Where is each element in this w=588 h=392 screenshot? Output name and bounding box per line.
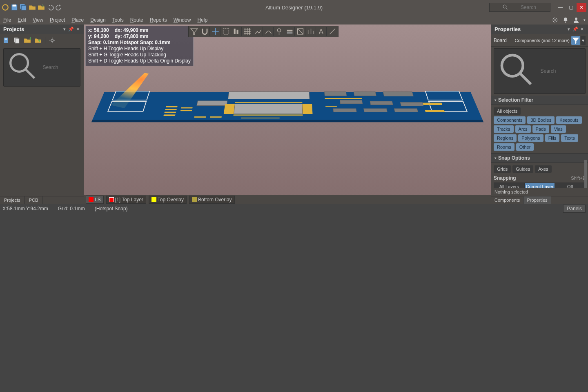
properties-search-input[interactable] <box>541 68 583 74</box>
menu-route[interactable]: Route <box>127 15 147 24</box>
left-tab-projects[interactable]: Projects <box>0 196 25 204</box>
selection-filter-header[interactable]: Selection Filter <box>491 96 588 105</box>
filter-fills[interactable]: Fills <box>545 134 560 142</box>
folder-down-icon[interactable] <box>34 37 42 44</box>
filter-rooms[interactable]: Rooms <box>494 143 514 151</box>
menu-help[interactable]: Help <box>194 15 211 24</box>
snap-grids[interactable]: Grids <box>494 165 511 173</box>
layer-tab-ls[interactable]: LS <box>86 196 104 204</box>
svg-rect-4 <box>22 6 26 10</box>
menu-edit[interactable]: Edit <box>14 15 29 24</box>
pcb-3d-viewport[interactable]: x: 58,100dx: 49,900 mm y: 94,200dy: 47,8… <box>84 24 491 204</box>
maximize-button[interactable]: ▢ <box>566 3 576 12</box>
active-bar: A <box>188 26 339 37</box>
menu-tools[interactable]: Tools <box>109 15 127 24</box>
menu-view[interactable]: View <box>29 15 47 24</box>
filter-keepouts[interactable]: Keepouts <box>556 116 581 124</box>
global-search-input[interactable] <box>521 4 548 10</box>
save-all-icon[interactable] <box>20 4 27 11</box>
arc-icon[interactable] <box>264 27 274 36</box>
settings-gear-icon[interactable] <box>49 37 56 44</box>
global-search[interactable] <box>489 3 550 12</box>
filter-texts[interactable]: Texts <box>561 134 578 142</box>
app-title: Altium Designer (19.1.9) <box>265 4 323 11</box>
filter-components[interactable]: Components <box>494 116 526 124</box>
dimension-icon[interactable] <box>296 27 305 36</box>
user-dropdown-icon[interactable]: ▾ <box>584 18 586 22</box>
menu-window[interactable]: Window <box>170 15 194 24</box>
panel-pin-icon[interactable]: 📌 <box>572 27 578 32</box>
filter-toggle-icon[interactable] <box>571 36 580 45</box>
user-icon[interactable] <box>573 17 579 23</box>
panel-pin-icon[interactable]: 📌 <box>68 27 74 32</box>
filter-vias[interactable]: Vias <box>551 125 566 133</box>
projects-search[interactable] <box>3 48 80 87</box>
right-tab-properties[interactable]: Properties <box>523 196 551 204</box>
menu-design[interactable]: Design <box>87 15 109 24</box>
route-icon[interactable] <box>253 27 263 36</box>
documents-icon[interactable] <box>13 37 20 44</box>
filter-icon[interactable] <box>189 27 199 36</box>
projects-search-input[interactable] <box>43 65 78 70</box>
snap-axes[interactable]: Axes <box>535 165 551 173</box>
move-icon[interactable] <box>211 27 220 36</box>
snap-guides[interactable]: Guides <box>512 165 533 173</box>
panel-close-icon[interactable]: ✕ <box>75 27 80 32</box>
panel-close-icon[interactable]: ✕ <box>579 27 585 32</box>
add-folder-icon[interactable]: + <box>24 37 31 44</box>
layer-tab-bottom-overlay[interactable]: Bottom Overlay <box>189 196 235 204</box>
filter-pads[interactable]: Pads <box>532 125 549 133</box>
app-logo-icon <box>2 4 9 11</box>
components-combo[interactable]: Components (and 12 more) <box>514 38 570 43</box>
filter-all-objects[interactable]: All objects <box>494 107 521 115</box>
select-rect-icon[interactable] <box>221 27 231 36</box>
filter-3d-bodies[interactable]: 3D Bodies <box>527 116 555 124</box>
left-tab-pcb[interactable]: PCB <box>25 196 43 204</box>
filter-dropdown-icon[interactable]: ▾ <box>581 36 586 45</box>
bell-icon[interactable] <box>562 17 569 23</box>
properties-search[interactable] <box>494 48 586 94</box>
snap-layer-off[interactable]: Off <box>555 183 585 188</box>
menu-project[interactable]: Project <box>47 15 68 24</box>
grid-icon[interactable] <box>243 27 252 36</box>
svg-point-52 <box>502 55 523 76</box>
align-icon[interactable] <box>232 27 242 36</box>
undo-icon[interactable] <box>47 4 54 11</box>
filter-polygons[interactable]: Polygons <box>518 134 543 142</box>
snap-layer-all-layers[interactable]: All Layers <box>494 183 525 188</box>
svg-rect-19 <box>5 39 7 40</box>
panel-dropdown-icon[interactable]: ▾ <box>566 27 572 32</box>
layer-tab-top-overlay[interactable]: Top Overlay <box>149 196 187 204</box>
open-icon[interactable] <box>29 4 36 11</box>
svg-rect-33 <box>234 29 236 34</box>
pin-icon[interactable] <box>274 27 284 36</box>
snap-layer-current-layer[interactable]: Current Layer <box>525 183 555 188</box>
panel-dropdown-icon[interactable]: ▾ <box>62 27 67 32</box>
gear-icon[interactable] <box>552 17 558 23</box>
filter-arcs[interactable]: Arcs <box>515 125 531 133</box>
status-hotspot: (Hotspot Snap) <box>95 206 128 212</box>
filter-other[interactable]: Other <box>516 143 534 151</box>
properties-scrollbar[interactable] <box>584 160 587 188</box>
snap-options-header[interactable]: Snap Options <box>491 154 588 163</box>
menu-file[interactable]: File <box>0 15 14 24</box>
filter-regions[interactable]: Regions <box>494 134 517 142</box>
right-tab-components[interactable]: Components <box>491 196 523 204</box>
redo-icon[interactable] <box>56 4 63 11</box>
filter-tracks[interactable]: Tracks <box>494 125 514 133</box>
line-icon[interactable] <box>327 27 337 36</box>
close-button[interactable]: ✕ <box>577 3 586 12</box>
menu-reports[interactable]: Reports <box>147 15 170 24</box>
layer-tab-top-layer[interactable]: [1] Top Layer <box>106 196 146 204</box>
menu-place[interactable]: Place <box>68 15 87 24</box>
new-file-icon[interactable] <box>2 37 10 44</box>
save-icon[interactable] <box>11 4 18 11</box>
text-icon[interactable]: A <box>317 27 327 36</box>
svg-line-15 <box>553 21 554 22</box>
layer-icon[interactable] <box>285 27 295 36</box>
magnet-icon[interactable] <box>200 27 210 36</box>
minimize-button[interactable]: — <box>555 3 565 12</box>
panels-button[interactable]: Panels <box>563 205 586 213</box>
clearance-icon[interactable] <box>306 27 316 36</box>
open-project-icon[interactable] <box>38 4 45 11</box>
